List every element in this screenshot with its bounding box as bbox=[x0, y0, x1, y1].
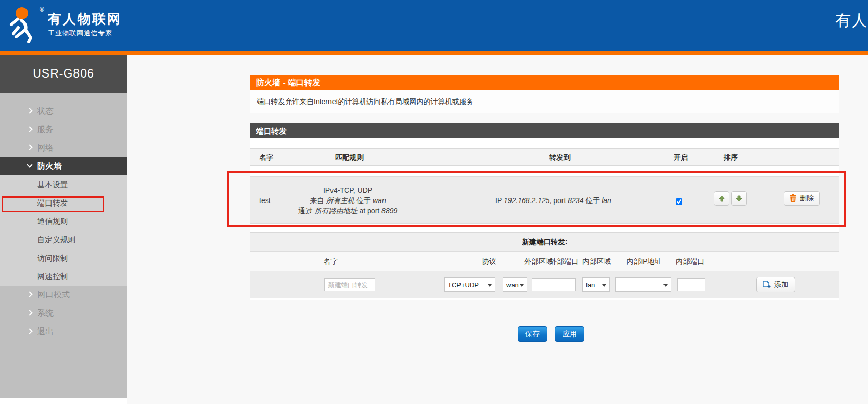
new-col-int-ip: 内部IP地址 bbox=[621, 257, 667, 266]
sidebar-item-access-restriction[interactable]: 访问限制 bbox=[0, 249, 127, 267]
save-button[interactable]: 保存 bbox=[518, 326, 547, 342]
rule-match: IPv4-TCP, UDP 来自 所有主机 位于 wan 通过 所有路由地址 a… bbox=[271, 185, 424, 216]
sidebar-item-network[interactable]: 网络 bbox=[0, 139, 127, 157]
sidebar-item-port-mode[interactable]: 网口模式 bbox=[0, 286, 127, 304]
logo-person-icon bbox=[6, 5, 41, 45]
chevron-right-icon bbox=[27, 126, 32, 132]
add-button[interactable]: 添加 bbox=[756, 277, 795, 292]
move-up-button[interactable] bbox=[714, 191, 729, 206]
protocol-select[interactable]: TCP+UDP bbox=[445, 278, 495, 291]
chevron-down-icon bbox=[27, 162, 32, 167]
new-col-protocol: 协议 bbox=[469, 257, 509, 266]
header-watermark-text: 有人物 bbox=[835, 10, 868, 31]
table-header-row: 名字 匹配规则 转发到 开启 排序 bbox=[250, 148, 839, 166]
sidebar-item-services[interactable]: 服务 bbox=[0, 120, 127, 139]
sidebar-item-system[interactable]: 系统 bbox=[0, 304, 127, 322]
chevron-right-icon bbox=[27, 108, 32, 113]
protocol-select-wrap: TCP+UDP bbox=[444, 277, 495, 292]
section-title: 端口转发 bbox=[250, 123, 839, 138]
new-forward-header-row: 名字 协议 外部区域 外部端口 内部区域 内部IP地址 内部端口 bbox=[250, 252, 839, 271]
rule-forward-to: IP 192.168.2.125, port 8234 位于 lan bbox=[477, 196, 630, 206]
col-header-sort: 排序 bbox=[718, 153, 744, 162]
int-port-input[interactable] bbox=[677, 278, 705, 291]
col-header-match: 匹配规则 bbox=[326, 153, 372, 162]
new-forward-input-row: TCP+UDP wan lan bbox=[250, 271, 839, 298]
ext-port-input[interactable] bbox=[532, 278, 576, 291]
sidebar-item-custom-rules[interactable]: 自定义规则 bbox=[0, 231, 127, 249]
apply-button[interactable]: 应用 bbox=[555, 326, 584, 342]
table-row: test IPv4-TCP, UDP 来自 所有主机 位于 wan 通过 所有路… bbox=[250, 176, 839, 224]
enable-checkbox[interactable] bbox=[676, 198, 682, 205]
brand-name: 有人物联网 bbox=[48, 10, 122, 28]
sidebar-item-traffic-rules[interactable]: 通信规则 bbox=[0, 212, 127, 231]
top-header: ® 有人物联网 工业物联网通信专家 有人物 bbox=[0, 0, 868, 51]
ext-zone-select-wrap: wan bbox=[503, 277, 527, 292]
new-port-forward-section: 新建端口转发: 名字 协议 外部区域 外部端口 内部区域 内部IP地址 内部端口… bbox=[250, 232, 839, 298]
chevron-right-icon bbox=[27, 144, 32, 150]
col-header-forward: 转发到 bbox=[545, 153, 575, 162]
delete-button[interactable]: 删除 bbox=[784, 191, 820, 206]
sidebar-item-firewall[interactable]: 防火墙 bbox=[0, 157, 127, 175]
sidebar-item-status[interactable]: 状态 bbox=[0, 102, 127, 120]
int-zone-select-wrap: lan bbox=[582, 277, 610, 292]
page-description: 端口转发允许来自Internet的计算机访问私有局域网内的计算机或服务 bbox=[250, 90, 839, 113]
sidebar-item-speed-control[interactable]: 网速控制 bbox=[0, 267, 127, 286]
new-col-int-port: 内部端口 bbox=[670, 257, 710, 266]
rule-name: test bbox=[259, 196, 271, 205]
sidebar-bottom-strip bbox=[0, 398, 127, 404]
chevron-right-icon bbox=[27, 291, 32, 297]
new-col-name: 名字 bbox=[310, 257, 351, 266]
arrow-up-icon bbox=[719, 195, 725, 202]
new-col-int-zone: 内部区域 bbox=[576, 257, 617, 266]
sidebar-menu: 状态 服务 网络 防火墙 基本设置 端口转发 通信规则 自定义规则 bbox=[0, 93, 127, 341]
col-header-name: 名字 bbox=[259, 153, 273, 162]
int-ip-select[interactable] bbox=[616, 278, 671, 291]
chevron-right-icon bbox=[27, 328, 32, 334]
main-content: 防火墙 - 端口转发 端口转发允许来自Internet的计算机访问私有局域网内的… bbox=[250, 75, 839, 300]
orange-divider bbox=[0, 51, 868, 55]
new-forward-title: 新建端口转发: bbox=[250, 233, 839, 252]
move-down-button[interactable] bbox=[731, 191, 747, 206]
firewall-submenu: 基本设置 端口转发 通信规则 自定义规则 访问限制 网速控制 bbox=[0, 175, 127, 286]
device-title: USR-G806 bbox=[0, 55, 127, 93]
sidebar-item-basic-settings[interactable]: 基本设置 bbox=[0, 175, 127, 194]
int-zone-select[interactable]: lan bbox=[583, 278, 609, 291]
sidebar-item-logout[interactable]: 退出 bbox=[0, 322, 127, 341]
brand-tagline: 工业物联网通信专家 bbox=[48, 29, 112, 38]
chevron-right-icon bbox=[27, 310, 32, 315]
match-line-from: 来自 所有主机 位于 wan bbox=[271, 195, 424, 206]
registered-mark: ® bbox=[40, 6, 44, 13]
sidebar: USR-G806 状态 服务 网络 防火墙 基本设置 端口转发 通信规则 bbox=[0, 55, 127, 398]
match-line-via: 通过 所有路由地址 at port 8899 bbox=[271, 206, 424, 216]
int-ip-select-wrap bbox=[615, 277, 671, 292]
col-header-enable: 开启 bbox=[668, 153, 694, 162]
page-title: 防火墙 - 端口转发 bbox=[250, 75, 839, 90]
arrow-down-icon bbox=[736, 195, 742, 202]
add-doc-icon bbox=[763, 281, 771, 289]
trash-icon bbox=[789, 194, 797, 203]
name-input[interactable] bbox=[324, 278, 375, 291]
ext-zone-select[interactable]: wan bbox=[503, 278, 527, 291]
match-line-protocol: IPv4-TCP, UDP bbox=[271, 185, 424, 195]
port-forward-table: 名字 匹配规则 转发到 开启 排序 test IPv4-TCP, UDP 来自 … bbox=[250, 138, 839, 300]
sidebar-item-port-forwarding[interactable]: 端口转发 bbox=[0, 194, 127, 212]
